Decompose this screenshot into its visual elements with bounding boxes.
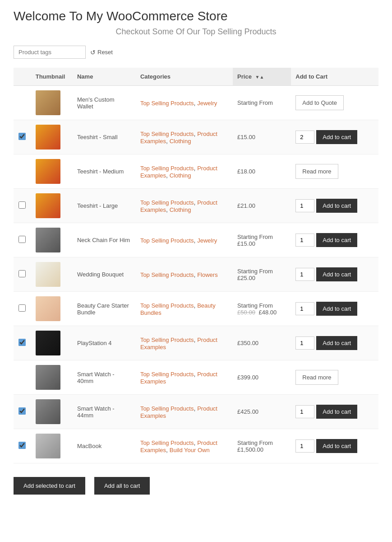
quantity-input[interactable] <box>295 268 314 281</box>
table-row: Neck Chain For HimTop Selling Products, … <box>14 223 378 257</box>
product-thumbnail <box>36 193 60 218</box>
header-checkbox <box>14 68 31 86</box>
quantity-input[interactable] <box>295 234 314 247</box>
quantity-input[interactable] <box>295 336 314 350</box>
product-price: £18.00 <box>233 154 291 189</box>
category-link[interactable]: Jewelry <box>197 100 217 107</box>
read-more-button[interactable]: Read more <box>295 164 338 179</box>
add-to-cart-button[interactable]: Add to cart <box>316 199 357 213</box>
reset-button[interactable]: ↺ Reset <box>90 49 113 56</box>
add-to-cart-button[interactable]: Add to cart <box>316 439 357 453</box>
row-checkbox[interactable] <box>18 236 26 243</box>
category-link[interactable]: Top Selling Products <box>140 371 194 378</box>
row-checkbox[interactable] <box>18 270 26 277</box>
action-cell: Add to cart <box>291 223 378 257</box>
category-link[interactable]: Jewelry <box>197 237 217 244</box>
category-link[interactable]: Top Selling Products <box>140 405 194 412</box>
row-checkbox[interactable] <box>18 442 26 449</box>
product-name: Teeshirt - Medium <box>73 154 136 189</box>
row-checkbox[interactable] <box>18 339 26 346</box>
products-table: Thumbnail Name Categories Price ▼▲ Add t… <box>14 68 378 463</box>
category-link[interactable]: Top Selling Products <box>140 439 194 446</box>
price-starting-from: Starting From <box>237 302 273 309</box>
add-to-cart-button[interactable]: Add to cart <box>316 233 357 247</box>
product-thumbnail <box>36 331 60 355</box>
product-categories: Top Selling Products, Product Examples <box>136 395 233 429</box>
product-categories: Top Selling Products, Product Examples, … <box>136 120 233 154</box>
add-to-cart-button[interactable]: Add to cart <box>316 405 357 419</box>
quantity-input[interactable] <box>295 131 314 144</box>
row-checkbox[interactable] <box>18 407 26 415</box>
checkbox-cell <box>14 120 31 154</box>
quantity-input[interactable] <box>295 405 314 418</box>
category-link[interactable]: Top Selling Products <box>140 199 194 206</box>
table-row: Teeshirt - LargeTop Selling Products, Pr… <box>14 189 378 223</box>
category-link[interactable]: Top Selling Products <box>140 131 194 137</box>
page-title: Welcome To My WooCommerce Store <box>14 9 378 23</box>
thumbnail-cell <box>31 154 73 189</box>
thumbnail-cell <box>31 120 73 154</box>
product-name: Neck Chain For Him <box>73 223 136 257</box>
read-more-button[interactable]: Read more <box>295 370 338 385</box>
thumbnail-cell <box>31 395 73 429</box>
action-cell: Add to cart <box>291 326 378 360</box>
header-price[interactable]: Price ▼▲ <box>233 68 291 86</box>
checkbox-cell <box>14 360 31 395</box>
product-thumbnail <box>36 365 60 390</box>
quantity-input[interactable] <box>295 199 314 212</box>
category-link[interactable]: Build Your Own <box>170 447 210 453</box>
category-link[interactable]: Top Selling Products <box>140 165 194 172</box>
category-link[interactable]: Top Selling Products <box>140 237 194 244</box>
reset-icon: ↺ <box>90 49 96 56</box>
add-to-cart-button[interactable]: Add to cart <box>316 267 357 281</box>
add-all-to-cart-button[interactable]: Add all to cart <box>94 477 150 495</box>
product-categories: Top Selling Products, Jewelry <box>136 223 233 257</box>
row-checkbox[interactable] <box>18 201 26 209</box>
row-checkbox[interactable] <box>18 133 26 140</box>
quantity-action: Add to cart <box>295 405 374 419</box>
quantity-action: Add to cart <box>295 302 374 316</box>
category-link[interactable]: Flowers <box>197 271 218 278</box>
category-link[interactable]: Top Selling Products <box>140 100 194 107</box>
checkbox-cell <box>14 395 31 429</box>
price-new: £48.00 <box>259 309 277 316</box>
filter-bar: ↺ Reset <box>14 46 378 59</box>
thumbnail-cell <box>31 257 73 292</box>
category-link[interactable]: Clothing <box>170 206 191 213</box>
thumbnail-cell <box>31 86 73 120</box>
add-to-cart-button[interactable]: Add to cart <box>316 130 357 144</box>
product-name: Smart Watch - 44mm <box>73 395 136 429</box>
add-to-cart-button[interactable]: Add to cart <box>316 302 357 316</box>
product-price: £399.00 <box>233 360 291 395</box>
quantity-action: Add to cart <box>295 233 374 247</box>
thumbnail-cell <box>31 189 73 223</box>
row-checkbox[interactable] <box>18 304 26 312</box>
category-link[interactable]: Clothing <box>170 138 191 145</box>
price-old: £50.00 <box>237 309 255 316</box>
category-link[interactable]: Top Selling Products <box>140 271 194 278</box>
reset-label: Reset <box>97 49 113 56</box>
checkbox-cell <box>14 429 31 463</box>
quantity-action: Add to cart <box>295 199 374 213</box>
bottom-bar: Add selected to cart Add all to cart <box>14 472 378 495</box>
product-categories: Top Selling Products, Product Examples, … <box>136 154 233 189</box>
quantity-action: Add to cart <box>295 267 374 281</box>
product-name: PlayStation 4 <box>73 326 136 360</box>
quantity-input[interactable] <box>295 439 314 453</box>
category-link[interactable]: Top Selling Products <box>140 336 194 343</box>
add-to-quote-button[interactable]: Add to Quote <box>295 95 344 110</box>
quantity-action: Add to cart <box>295 130 374 144</box>
product-price: Starting From£1,500.00 <box>233 429 291 463</box>
category-link[interactable]: Top Selling Products <box>140 302 194 309</box>
category-link[interactable]: Clothing <box>170 172 191 179</box>
product-thumbnail <box>36 228 60 252</box>
add-to-cart-button[interactable]: Add to cart <box>316 336 357 350</box>
thumbnail-cell <box>31 360 73 395</box>
add-selected-to-cart-button[interactable]: Add selected to cart <box>14 477 85 495</box>
action-cell: Add to cart <box>291 395 378 429</box>
product-thumbnail <box>36 262 60 287</box>
thumbnail-cell <box>31 326 73 360</box>
product-thumbnail <box>36 434 60 458</box>
product-tags-input[interactable] <box>14 46 86 59</box>
quantity-input[interactable] <box>295 302 314 315</box>
